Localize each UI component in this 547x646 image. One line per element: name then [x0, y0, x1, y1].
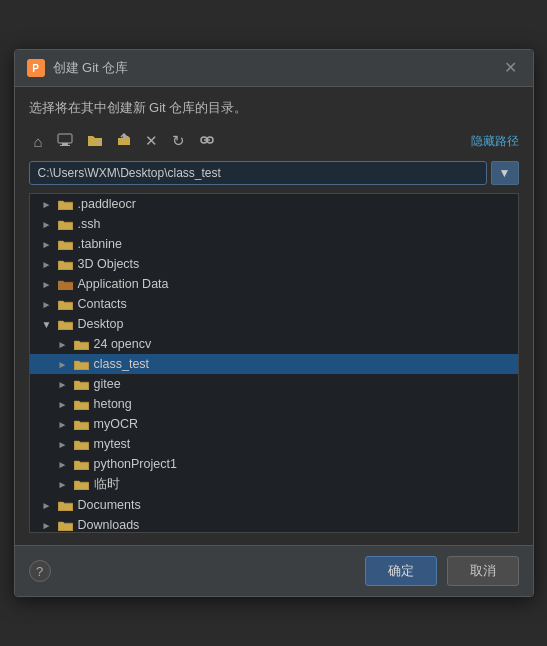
folder-icon: [58, 296, 74, 312]
tree-chevron: ►: [56, 478, 70, 492]
tree-chevron: ►: [40, 277, 54, 291]
file-tree[interactable]: ► .paddleocr ► .ssh ► .tabnine: [29, 193, 519, 533]
svg-rect-1: [62, 143, 68, 145]
folder-icon: [58, 216, 74, 232]
svg-text:+: +: [96, 138, 101, 147]
title-bar: P 创建 Git 仓库 ✕: [15, 50, 533, 87]
toolbar-new-folder-button[interactable]: +: [82, 130, 108, 153]
tree-item-label: myOCR: [94, 417, 138, 431]
tree-item[interactable]: ► Documents: [30, 495, 518, 515]
tree-chevron: ►: [40, 217, 54, 231]
toolbar-up-button[interactable]: [112, 130, 136, 153]
folder-icon: [74, 336, 90, 352]
tree-item[interactable]: ► pythonProject1: [30, 454, 518, 474]
tree-chevron: ▼: [40, 317, 54, 331]
tree-item[interactable]: ► 临时: [30, 474, 518, 495]
folder-icon: [74, 477, 90, 493]
hide-path-button[interactable]: 隐藏路径: [471, 133, 519, 150]
app-icon: P: [27, 59, 45, 77]
tree-item[interactable]: ► gitee: [30, 374, 518, 394]
tree-chevron: ►: [40, 257, 54, 271]
tree-item[interactable]: ► Contacts: [30, 294, 518, 314]
tree-item[interactable]: ► mytest: [30, 434, 518, 454]
folder-icon: [74, 436, 90, 452]
folder-icon: [74, 396, 90, 412]
help-button[interactable]: ?: [29, 560, 51, 582]
dialog-title: 创建 Git 仓库: [53, 59, 129, 77]
folder-icon: [58, 236, 74, 252]
tree-chevron: ►: [40, 498, 54, 512]
tree-chevron: ►: [56, 417, 70, 431]
folder-icon: [58, 497, 74, 513]
dialog-body: 选择将在其中创建新 Git 仓库的目录。 ⌂ +: [15, 87, 533, 545]
tree-item-label: hetong: [94, 397, 132, 411]
tree-chevron: ►: [56, 337, 70, 351]
tree-item-label: Documents: [78, 498, 141, 512]
tree-item[interactable]: ► Downloads: [30, 515, 518, 533]
path-input[interactable]: [29, 161, 487, 185]
tree-item-label: .tabnine: [78, 237, 122, 251]
tree-chevron: ►: [40, 297, 54, 311]
tree-chevron: ►: [40, 197, 54, 211]
tree-item[interactable]: ► .paddleocr: [30, 194, 518, 214]
tree-chevron: ►: [40, 237, 54, 251]
create-git-repo-dialog: P 创建 Git 仓库 ✕ 选择将在其中创建新 Git 仓库的目录。 ⌂ +: [14, 49, 534, 597]
tree-item[interactable]: ► 3D Objects: [30, 254, 518, 274]
tree-item[interactable]: ► hetong: [30, 394, 518, 414]
dialog-footer: ? 确定 取消: [15, 545, 533, 596]
toolbar-computer-button[interactable]: [52, 130, 78, 153]
tree-item-label: .paddleocr: [78, 197, 136, 211]
toolbar-refresh-button[interactable]: ↻: [167, 129, 190, 153]
folder-icon: [74, 376, 90, 392]
tree-chevron: ►: [40, 518, 54, 532]
folder-icon: [74, 356, 90, 372]
toolbar: ⌂ + ✕ ↻: [29, 129, 519, 153]
tree-item-label: Application Data: [78, 277, 169, 291]
toolbar-delete-button[interactable]: ✕: [140, 129, 163, 153]
svg-rect-2: [60, 145, 70, 146]
tree-item-label: 临时: [94, 476, 120, 493]
tree-item-label: Contacts: [78, 297, 127, 311]
folder-icon: [74, 416, 90, 432]
confirm-button[interactable]: 确定: [365, 556, 437, 586]
tree-item-label: Desktop: [78, 317, 124, 331]
tree-chevron: ►: [56, 377, 70, 391]
tree-chevron: ►: [56, 437, 70, 451]
tree-item[interactable]: ► Application Data: [30, 274, 518, 294]
folder-icon: [58, 196, 74, 212]
title-bar-left: P 创建 Git 仓库: [27, 59, 129, 77]
tree-item-label: class_test: [94, 357, 150, 371]
cancel-button[interactable]: 取消: [447, 556, 519, 586]
tree-item-label: Downloads: [78, 518, 140, 532]
folder-icon: [58, 276, 74, 292]
tree-chevron: ►: [56, 457, 70, 471]
path-row: ▼: [29, 161, 519, 185]
folder-icon: [58, 256, 74, 272]
toolbar-home-button[interactable]: ⌂: [29, 130, 48, 153]
tree-chevron: ►: [56, 397, 70, 411]
dialog-subtitle: 选择将在其中创建新 Git 仓库的目录。: [29, 99, 519, 121]
tree-item[interactable]: ► .ssh: [30, 214, 518, 234]
tree-item-label: .ssh: [78, 217, 101, 231]
tree-chevron: ►: [56, 357, 70, 371]
folder-icon: [58, 517, 74, 533]
tree-item-label: gitee: [94, 377, 121, 391]
tree-item[interactable]: ► class_test: [30, 354, 518, 374]
tree-item[interactable]: ► myOCR: [30, 414, 518, 434]
close-button[interactable]: ✕: [500, 58, 521, 78]
tree-item-label: 3D Objects: [78, 257, 140, 271]
tree-item[interactable]: ► 24 opencv: [30, 334, 518, 354]
tree-item[interactable]: ► .tabnine: [30, 234, 518, 254]
folder-icon: [58, 316, 74, 332]
toolbar-link-button[interactable]: [194, 130, 220, 153]
svg-rect-0: [58, 134, 72, 143]
tree-item-label: 24 opencv: [94, 337, 152, 351]
tree-item[interactable]: ▼ Desktop: [30, 314, 518, 334]
folder-icon: [74, 456, 90, 472]
path-dropdown-button[interactable]: ▼: [491, 161, 519, 185]
tree-item-label: pythonProject1: [94, 457, 177, 471]
tree-item-label: mytest: [94, 437, 131, 451]
